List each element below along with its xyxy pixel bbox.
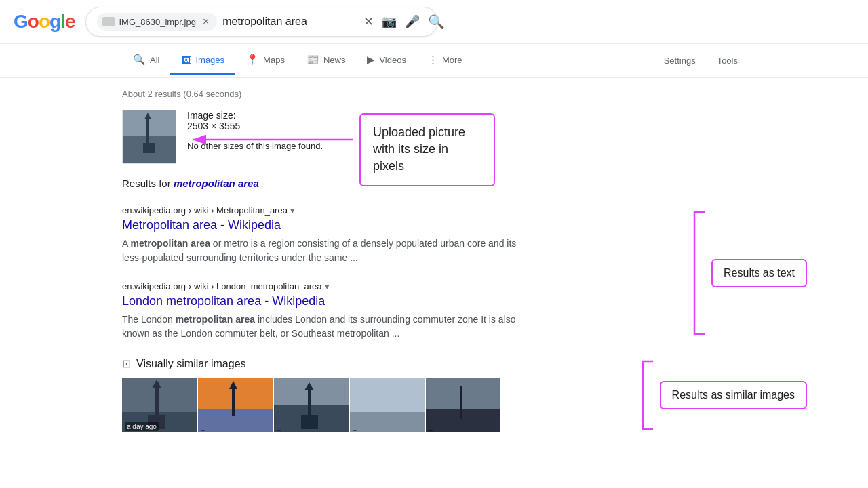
- uploaded-picture-annotation: Uploaded picture with its size in pixels: [359, 113, 495, 186]
- tab-more-label: More: [442, 55, 462, 65]
- images-icon: 🖼: [181, 54, 191, 66]
- tab-maps[interactable]: 📍 Maps: [235, 47, 296, 75]
- tab-all-label: All: [150, 55, 159, 65]
- image-tab-chip[interactable]: IMG_8630_impr.jpg ×: [97, 13, 217, 30]
- tab-news-label: News: [323, 55, 346, 65]
- similar-section-wrap: ⊡ Visually similar images a day ago: [122, 357, 610, 432]
- sim-img-2-label: [201, 430, 205, 431]
- search-result-1: en.wikipedia.org › wiki › Metropolitan_a…: [122, 205, 610, 265]
- result-2-snippet: The London metropolitan area includes Lo…: [122, 312, 529, 341]
- nav-right: Settings Tools: [656, 49, 746, 73]
- tab-more[interactable]: ⋮ More: [417, 47, 473, 75]
- camera-search-icon[interactable]: 📷: [382, 14, 397, 29]
- search-results-section: en.wikipedia.org › wiki › Metropolitan_a…: [122, 205, 610, 341]
- results-for-query-link[interactable]: metropolitan area: [174, 178, 259, 189]
- results-images-annotation-wrap: Results as similar images: [639, 357, 807, 432]
- result-1-breadcrumb: › wiki › Metropolitan_area: [189, 205, 288, 216]
- result-2-source: en.wikipedia.org › wiki › London_metropo…: [122, 281, 610, 291]
- news-icon: 📰: [307, 54, 319, 66]
- result-1-dropdown-icon[interactable]: ▾: [290, 205, 295, 216]
- all-icon: 🔍: [133, 54, 146, 66]
- main-content: About 2 results (0.64 seconds) Image siz…: [0, 78, 610, 432]
- image-size-label: Image size: 2503 × 3555: [187, 110, 323, 131]
- result-2-breadcrumb: › wiki › London_metropolitan_area: [189, 281, 322, 291]
- image-info-section: Image size: 2503 × 3555 No other sizes o…: [122, 110, 610, 164]
- search-result-2: en.wikipedia.org › wiki › London_metropo…: [122, 281, 610, 341]
- results-text-annotation: Results as text: [711, 259, 807, 287]
- tab-all[interactable]: 🔍 All: [122, 47, 170, 75]
- tab-chip-close-btn[interactable]: ×: [203, 16, 209, 28]
- tab-videos[interactable]: ▶ Videos: [356, 47, 417, 75]
- videos-icon: ▶: [367, 54, 375, 66]
- annotation-arrow: [190, 133, 359, 146]
- svg-rect-4: [143, 143, 155, 153]
- results-text-annotation-wrap: Results as text: [691, 205, 807, 341]
- tab-images[interactable]: 🖼 Images: [170, 47, 235, 75]
- similar-header-label: Visually similar images: [136, 358, 246, 370]
- tab-images-label: Images: [195, 55, 224, 65]
- uploaded-thumbnail: [122, 110, 176, 164]
- search-submit-icon[interactable]: 🔍: [428, 14, 445, 30]
- svg-rect-24: [426, 409, 500, 432]
- similar-image-2[interactable]: [198, 378, 273, 432]
- similar-icon: ⊡: [122, 357, 131, 370]
- similar-images-section: ⊡ Visually similar images a day ago: [122, 357, 610, 432]
- svg-rect-13: [198, 409, 273, 432]
- similar-images-grid: a day ago: [122, 378, 610, 432]
- result-2-dropdown-icon[interactable]: ▾: [325, 281, 330, 291]
- sim-img-5-label: [429, 430, 433, 431]
- similar-image-5[interactable]: [426, 378, 500, 432]
- search-input[interactable]: [222, 16, 358, 28]
- result-1-domain: en.wikipedia.org: [122, 205, 186, 216]
- tools-link[interactable]: Tools: [709, 49, 746, 73]
- search-icons: ✕ 📷 🎤 🔍: [363, 14, 445, 30]
- similar-image-3[interactable]: [274, 378, 349, 432]
- maps-icon: 📍: [246, 54, 259, 66]
- clear-search-icon[interactable]: ✕: [363, 14, 374, 29]
- search-bar: IMG_8630_impr.jpg × ✕ 📷 🎤 🔍: [85, 7, 438, 37]
- result-1-title[interactable]: Metropolitan area - Wikipedia: [122, 218, 610, 232]
- similar-image-4[interactable]: [350, 378, 425, 432]
- header: Google IMG_8630_impr.jpg × ✕ 📷 🎤 🔍: [0, 0, 868, 44]
- tab-news[interactable]: 📰 News: [296, 47, 357, 75]
- voice-search-icon[interactable]: 🎤: [405, 14, 420, 29]
- similar-image-1[interactable]: a day ago: [122, 378, 197, 432]
- tab-chip-filename: IMG_8630_impr.jpg: [119, 17, 195, 27]
- google-logo: Google: [14, 11, 75, 33]
- result-1-snippet: A metropolitan area or metro is a region…: [122, 237, 529, 265]
- sim-img-1-label: a day ago: [125, 422, 159, 431]
- result-count: About 2 results (0.64 seconds): [122, 89, 610, 99]
- tab-videos-label: Videos: [379, 55, 406, 65]
- similar-header: ⊡ Visually similar images: [122, 357, 610, 370]
- svg-rect-20: [301, 415, 318, 429]
- results-images-annotation: Results as similar images: [660, 381, 807, 409]
- tab-maps-label: Maps: [263, 55, 285, 65]
- svg-rect-25: [460, 386, 462, 419]
- nav-tabs: 🔍 All 🖼 Images 📍 Maps 📰 News ▶ Videos ⋮ …: [0, 44, 868, 78]
- sim-img-3-label: [277, 430, 281, 431]
- sim-img-4-label: [353, 430, 357, 431]
- results-bracket-svg: [691, 205, 711, 341]
- more-icon: ⋮: [428, 54, 438, 66]
- result-2-domain: en.wikipedia.org: [122, 281, 186, 291]
- similar-bracket-svg: [639, 354, 660, 433]
- tab-chip-thumbnail: [102, 17, 115, 26]
- result-1-source: en.wikipedia.org › wiki › Metropolitan_a…: [122, 205, 610, 216]
- result-2-title[interactable]: London metropolitan area - Wikipedia: [122, 294, 610, 308]
- svg-rect-22: [350, 412, 425, 432]
- settings-link[interactable]: Settings: [656, 49, 704, 73]
